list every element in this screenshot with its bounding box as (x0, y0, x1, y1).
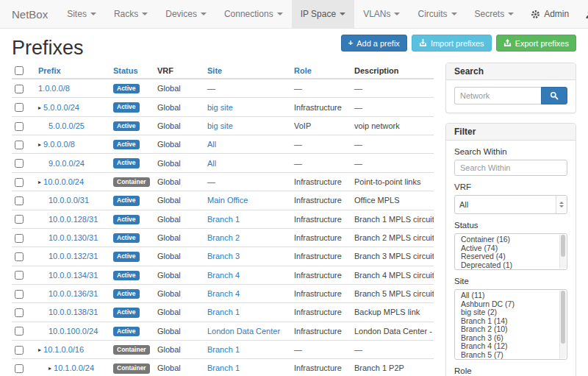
status-cell: Active (109, 154, 153, 172)
col-header-role-link[interactable]: Role (294, 66, 312, 75)
prefix-link[interactable]: 10.0.0.136/31 (49, 289, 98, 298)
row-checkbox[interactable] (15, 271, 24, 280)
col-header-prefix[interactable]: Prefix (34, 63, 109, 79)
filter-option[interactable]: Branch 2 (10) (455, 325, 567, 334)
filter-option[interactable]: Branch 4 (12) (455, 342, 567, 351)
col-header-site[interactable]: Site (203, 63, 290, 79)
prefix-link[interactable]: 9.0.0.0/8 (43, 140, 75, 149)
row-checkbox[interactable] (15, 364, 24, 373)
row-checkbox[interactable] (15, 141, 24, 149)
prefix-link[interactable]: 10.0.0.130/31 (49, 233, 98, 242)
prefix-link[interactable]: 10.1.0.0/24 (54, 363, 94, 372)
row-select-cell (12, 98, 34, 116)
nav-item-sites[interactable]: Sites (58, 0, 105, 28)
site-link[interactable]: Main Office (207, 196, 248, 205)
brand-logo[interactable]: NetBox (0, 0, 58, 28)
row-checkbox[interactable] (15, 346, 24, 355)
prefix-link[interactable]: 1.0.0.0/8 (38, 84, 70, 93)
site-link[interactable]: Branch 1 (207, 215, 240, 224)
site-link[interactable]: Branch 2 (207, 233, 240, 242)
site-link[interactable]: Branch 1 (207, 308, 240, 316)
prefix-link[interactable]: 10.0.100.0/24 (49, 327, 98, 336)
site-link[interactable]: Branch 4 (207, 289, 240, 298)
row-checkbox[interactable] (15, 234, 24, 243)
scrollbar[interactable] (559, 235, 566, 269)
table-row: 5.0.0.0/25ActiveGlobalbig siteVoIPvoip n… (12, 116, 434, 135)
select-all-checkbox[interactable] (15, 66, 24, 75)
prefix-link[interactable]: 10.0.0.0/24 (43, 177, 84, 186)
site-link[interactable]: Branch 1 (207, 363, 240, 372)
site-cell: Branch 2 (203, 228, 290, 246)
nav-item-ip-space[interactable]: IP Space (292, 0, 354, 28)
row-select-cell (12, 116, 34, 135)
col-header-role[interactable]: Role (290, 63, 350, 79)
row-checkbox[interactable] (15, 252, 24, 261)
row-checkbox[interactable] (15, 159, 24, 168)
nav-item-secrets[interactable]: Secrets (466, 0, 523, 28)
col-header-site-link[interactable]: Site (207, 66, 222, 75)
filter-option[interactable]: big site (2) (455, 308, 567, 317)
site-link[interactable]: big site (207, 103, 233, 112)
prefix-link[interactable]: 10.0.0.138/31 (49, 308, 98, 316)
prefix-link[interactable]: 10.0.0.0/31 (49, 196, 89, 205)
description-cell: Branch 5 MPLS circuit (350, 284, 434, 302)
site-link[interactable]: big site (207, 121, 233, 130)
row-checkbox[interactable] (15, 215, 24, 224)
row-checkbox[interactable] (15, 103, 24, 112)
description-cell: Branch 1 MPLS circuit (350, 210, 434, 228)
col-header-status-link[interactable]: Status (113, 66, 138, 75)
nav-item-racks[interactable]: Racks (105, 0, 157, 28)
prefix-link[interactable]: 10.1.0.0/16 (43, 345, 84, 354)
site-cell: Branch 4 (203, 266, 290, 284)
prefix-cell: 10.0.0.0/31 (34, 191, 109, 210)
row-checkbox[interactable] (15, 85, 24, 93)
role-cell: Infrastructure (290, 247, 350, 266)
status-cell: Container (109, 340, 153, 358)
nav-item-devices[interactable]: Devices (157, 0, 215, 28)
site-link[interactable]: All (207, 140, 216, 149)
filter-option[interactable]: Container (16) (455, 235, 567, 244)
status-filter-list[interactable]: Container (16)Active (74)Reserved (4)Dep… (454, 233, 567, 270)
filter-option[interactable]: Reserved (4) (455, 252, 567, 261)
search-within-label: Search Within (454, 147, 567, 156)
prefix-link[interactable]: 5.0.0.0/24 (43, 103, 79, 112)
search-within-input[interactable] (454, 160, 567, 176)
site-link[interactable]: Branch 1 (207, 345, 240, 354)
nav-user-profile[interactable]: Profile (577, 0, 588, 28)
filter-option[interactable]: All (11) (455, 291, 567, 300)
site-link[interactable]: Branch 4 (207, 271, 240, 280)
vrf-select[interactable]: All (454, 195, 567, 214)
nav-item-circuits[interactable]: Circuits (409, 0, 465, 28)
scrollbar[interactable] (559, 291, 566, 358)
col-header-status[interactable]: Status (109, 63, 153, 79)
nav-item-label: Connections (224, 9, 273, 19)
prefix-link[interactable]: 10.0.0.128/31 (49, 215, 98, 224)
status-badge: Active (113, 121, 140, 131)
row-checkbox[interactable] (15, 196, 24, 205)
site-link[interactable]: Branch 3 (207, 252, 240, 260)
site-filter-list[interactable]: All (11)Ashburn DC (7)big site (2)Branch… (454, 289, 567, 360)
row-checkbox[interactable] (15, 178, 24, 187)
prefix-link[interactable]: 5.0.0.0/25 (49, 121, 85, 130)
export-prefixes-button[interactable]: Export prefixes (496, 35, 576, 52)
row-checkbox[interactable] (15, 122, 24, 131)
prefix-link[interactable]: 10.0.0.134/31 (49, 271, 98, 280)
nav-item-vlans[interactable]: VLANs (354, 0, 409, 28)
nav-item-connections[interactable]: Connections (215, 0, 292, 28)
row-checkbox[interactable] (15, 327, 24, 336)
site-link[interactable]: All (207, 159, 216, 168)
add-prefix-button[interactable]: + Add a prefix (341, 35, 407, 52)
search-button[interactable] (541, 87, 567, 104)
filter-option[interactable]: COLO-1-24 (3) (455, 359, 567, 360)
prefix-link[interactable]: 10.0.0.132/31 (49, 252, 98, 260)
description-cell: — (350, 154, 434, 172)
site-link[interactable]: London Data Center (207, 327, 280, 336)
import-prefixes-button[interactable]: Import prefixes (412, 35, 492, 52)
row-checkbox[interactable] (15, 308, 24, 317)
filter-option[interactable]: Deprecated (1) (455, 261, 567, 270)
nav-user-admin[interactable]: Admin (523, 0, 577, 28)
prefix-link[interactable]: 9.0.0.0/24 (49, 159, 85, 168)
col-header-prefix-link[interactable]: Prefix (38, 66, 61, 75)
row-checkbox[interactable] (15, 290, 24, 299)
search-input[interactable] (454, 87, 541, 104)
